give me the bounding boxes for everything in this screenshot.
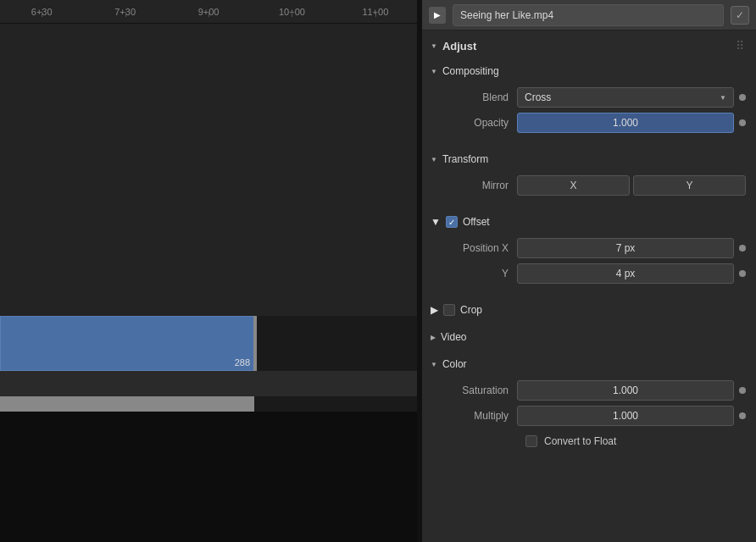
offset-section: ▼ Offset Position X 7 px Y 4 px [422,208,756,296]
opacity-label: Opacity [432,117,517,129]
video-strip-icon: ▶ [429,7,446,24]
multiply-field[interactable]: 1.000 [517,406,734,426]
compositing-triangle: ▼ [431,68,437,75]
multiply-label: Multiply [432,410,517,422]
track-black-area: · · · [0,412,417,542]
timeline-content: 288 · · · [0,24,417,542]
video-triangle: ▶ [431,334,436,341]
crop-label: Crop [460,304,482,316]
timeline-panel: 6+30 7+30 9+00 10+00 11+00 288 · · · [0,0,417,542]
transform-triangle: ▼ [431,156,437,163]
convert-label: Convert to Float [544,435,616,447]
mirror-y-button[interactable]: Y [633,175,746,196]
ruler-mark-2: 7+30 [83,7,166,17]
adjust-grid-icon: ⠿ [736,39,748,53]
adjust-triangle: ▼ [431,42,437,50]
ruler-marks: 6+30 7+30 9+00 10+00 11+00 [0,0,417,23]
compositing-section: ▼ Compositing Blend Cross ▼ Opacity 1.00… [422,58,756,146]
offset-content: Position X 7 px Y 4 px [422,232,756,293]
saturation-dot[interactable] [739,387,746,394]
track-gray-bar [0,396,254,412]
offset-header[interactable]: ▼ Offset [422,212,756,232]
position-x-label: Position X [432,242,517,254]
multiply-dot[interactable] [739,412,746,419]
position-y-row: Y 4 px [422,261,756,286]
timeline-empty-area [0,24,417,316]
clip-block-end [253,316,257,371]
position-x-field[interactable]: 7 px [517,238,734,258]
video-section: ▶ Video [422,324,756,351]
compositing-content: Blend Cross ▼ Opacity 1.000 [422,81,756,142]
opacity-field[interactable]: 1.000 [517,113,734,133]
offset-label: Offset [463,216,490,228]
offset-checkbox[interactable] [446,216,458,228]
blend-arrow-icon: ▼ [720,94,726,102]
video-label: Video [441,331,466,343]
opacity-row: Opacity 1.000 [422,110,756,136]
color-label: Color [442,358,467,370]
position-y-label: Y [432,268,517,279]
mirror-label: Mirror [432,180,517,191]
clip-block[interactable]: 288 [0,316,254,371]
mirror-row: Mirror X Y [422,173,756,198]
compositing-header[interactable]: ▼ Compositing [422,61,756,81]
clip-number: 288 [235,357,250,368]
ruler-mark-5: 11+00 [334,7,417,17]
saturation-label: Saturation [432,384,517,396]
color-header[interactable]: ▼ Color [422,354,756,374]
convert-checkbox[interactable] [525,435,537,447]
blend-value: Cross [525,91,551,103]
adjust-label: Adjust [442,40,736,53]
transform-content: Mirror X Y [422,169,756,205]
position-y-dot[interactable] [739,270,746,277]
blend-row: Blend Cross ▼ [422,85,756,110]
opacity-keyframe-dot[interactable] [739,119,746,126]
convert-checkbox-wrap: Convert to Float [525,435,616,447]
timeline-ruler: 6+30 7+30 9+00 10+00 11+00 [0,0,417,24]
properties-panel: ▶ Seeing her Like.mp4 ✓ ▼ Adjust ⠿ ▼ Com… [422,0,756,542]
saturation-field[interactable]: 1.000 [517,380,734,401]
mirror-buttons: X Y [517,175,746,196]
color-content: Saturation 1.000 Multiply 1.000 Convert … [422,374,756,461]
mirror-x-button[interactable]: X [517,175,630,196]
adjust-header[interactable]: ▼ Adjust ⠿ [422,34,756,58]
color-triangle: ▼ [431,361,437,368]
position-x-row: Position X 7 px [422,235,756,261]
convert-row: Convert to Float [422,429,756,454]
crop-triangle: ▶ [431,304,438,316]
ruler-mark-3: 9+00 [167,7,250,17]
adjust-section: ▼ Adjust ⠿ ▼ Compositing Blend Cross ▼ [422,30,756,467]
track-separator [0,371,417,396]
saturation-row: Saturation 1.000 [422,378,756,403]
crop-checkbox[interactable] [443,304,455,316]
ruler-mark-1: 6+30 [0,7,83,17]
header-check-button[interactable]: ✓ [731,6,749,25]
filename-field[interactable]: Seeing her Like.mp4 [453,4,724,26]
transform-header[interactable]: ▼ Transform [422,149,756,169]
compositing-label: Compositing [442,65,499,77]
position-x-dot[interactable] [739,245,746,252]
position-y-field[interactable]: 4 px [517,263,734,284]
crop-header[interactable]: ▶ Crop [422,300,756,320]
ruler-mark-4: 10+00 [250,7,333,17]
blend-keyframe-dot[interactable] [739,94,746,101]
header-bar: ▶ Seeing her Like.mp4 ✓ [422,0,756,30]
transform-section: ▼ Transform Mirror X Y [422,146,756,208]
color-section: ▼ Color Saturation 1.000 Multiply 1.000 [422,351,756,464]
transform-label: Transform [442,153,488,165]
offset-triangle: ▼ [431,216,441,228]
video-header[interactable]: ▶ Video [422,327,756,347]
blend-label: Blend [432,91,517,103]
crop-section: ▶ Crop [422,296,756,324]
blend-dropdown[interactable]: Cross ▼ [517,87,734,108]
multiply-row: Multiply 1.000 [422,403,756,429]
